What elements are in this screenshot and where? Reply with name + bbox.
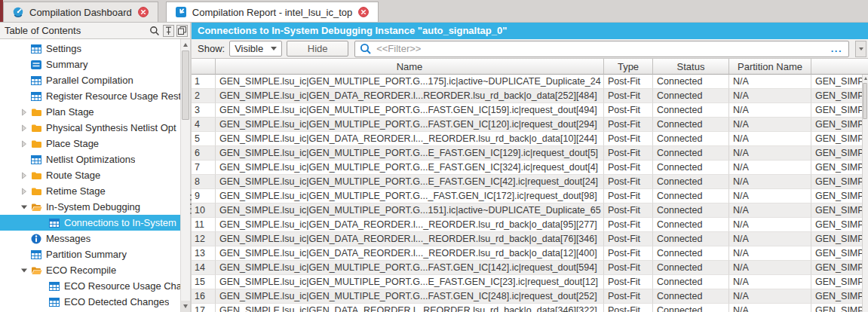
hide-button[interactable]: Hide — [287, 41, 348, 57]
scrollbar-thumb[interactable] — [863, 83, 867, 119]
folder-icon — [30, 124, 42, 133]
cell-type: Post-Fit — [604, 304, 653, 312]
toc-scrollbar[interactable] — [180, 39, 190, 312]
tree-item-partition-summary[interactable]: Partition Summary — [0, 246, 190, 262]
tree-item-register-resource-usage-restri[interactable]: Register Resource Usage Restri — [0, 88, 190, 104]
tree-item-summary[interactable]: Summary — [0, 57, 190, 72]
cell-status: Connected — [653, 132, 729, 146]
tree-item-parallel-compilation[interactable]: Parallel Compilation — [0, 72, 190, 88]
more-options-button[interactable]: ... — [831, 43, 844, 54]
folder-icon — [30, 139, 42, 148]
table-row[interactable]: 11GEN_SIMPLE.lsu_ic|GEN_DATA_REORDER.l..… — [192, 218, 862, 232]
chevron-right-icon[interactable] — [18, 172, 30, 179]
cell-name: GEN_SIMPLE.lsu_ic|GEN_MULTIPLE_PORT.G...… — [216, 118, 604, 132]
show-dropdown[interactable]: Visible — [229, 41, 282, 57]
cell-partition: N/A — [729, 161, 811, 175]
col-header-partition[interactable]: Partition Name — [729, 59, 811, 75]
tree-item-plan-stage[interactable]: Plan Stage — [0, 104, 190, 120]
cell-status: Connected — [653, 304, 729, 312]
tree-item-place-stage[interactable]: Place Stage — [0, 136, 190, 151]
table-row[interactable]: 10GEN_SIMPLE.lsu_ic|GEN_MULTIPLE_PORT.G.… — [192, 203, 862, 218]
table-row[interactable]: 16GEN_SIMPLE.lsu_ic|GEN_MULTIPLE_PORT.G.… — [192, 289, 862, 304]
table-row[interactable]: 8GEN_SIMPLE.lsu_ic|GEN_MULTIPLE_PORT.G..… — [192, 175, 862, 189]
folder-open-icon — [30, 266, 42, 275]
table-row[interactable]: 17GEN_SIMPLE.lsu_ic|GEN_DATA_REORDER.l..… — [192, 304, 862, 312]
cell-status: Connected — [653, 89, 729, 103]
cell-status: Connected — [653, 218, 729, 232]
chevron-down-icon[interactable] — [18, 268, 30, 274]
cell-rownum: 15 — [192, 275, 216, 289]
cell-extra: GEN_SIMPLE — [811, 289, 862, 304]
cell-type: Post-Fit — [604, 218, 653, 232]
tab-compilation-dashboard[interactable]: Compilation Dashboard — [3, 2, 158, 22]
filter-box[interactable]: ... — [354, 41, 849, 57]
table-row[interactable]: 15GEN_SIMPLE.lsu_ic|GEN_MULTIPLE_PORT.G.… — [192, 275, 862, 289]
col-header-status[interactable]: Status — [653, 59, 729, 75]
tree-item-messages[interactable]: Messages — [0, 231, 190, 246]
tree-item-connections-to-in-system[interactable]: Connections to In-System — [0, 215, 190, 231]
chevron-right-icon[interactable] — [18, 124, 30, 132]
scrollbar-thumb[interactable] — [182, 50, 189, 120]
tree-item-settings[interactable]: Settings — [0, 41, 190, 57]
chevron-right-icon[interactable] — [18, 109, 30, 116]
table-row[interactable]: 9GEN_SIMPLE.lsu_ic|GEN_MULTIPLE_PORT.G..… — [192, 189, 862, 203]
table-row[interactable]: 7GEN_SIMPLE.lsu_ic|GEN_MULTIPLE_PORT.G..… — [192, 161, 862, 175]
toolbar-collapse-button[interactable] — [855, 41, 866, 57]
cell-rownum: 11 — [192, 218, 216, 232]
cell-extra: GEN_SIMPLE — [811, 232, 862, 246]
tree-item-physical-synthesis-netlist-opt[interactable]: Physical Synthesis Netlist Opt — [0, 120, 190, 136]
cell-partition: N/A — [729, 304, 811, 312]
cell-rownum: 13 — [192, 246, 216, 261]
filter-input[interactable] — [376, 43, 827, 54]
search-icon[interactable] — [149, 25, 161, 37]
report-title: Connections to In-System Debugging Insta… — [192, 23, 868, 39]
col-header-name[interactable]: Name — [216, 59, 604, 75]
chevron-right-icon[interactable] — [18, 140, 30, 148]
col-header-extra[interactable] — [811, 59, 868, 75]
cell-partition: N/A — [729, 103, 811, 118]
cell-partition: N/A — [729, 203, 811, 218]
table-row[interactable]: 1GEN_SIMPLE.lsu_ic|GEN_MULTIPLE_PORT.G..… — [192, 75, 862, 89]
cell-name: GEN_SIMPLE.lsu_ic|GEN_MULTIPLE_PORT.G...… — [216, 261, 604, 275]
pin-button[interactable] — [163, 25, 174, 37]
tab-compilation-report[interactable]: Compilation Report - intel_lsu_ic_top — [166, 2, 379, 22]
table-row[interactable]: 2GEN_SIMPLE.lsu_ic|GEN_DATA_REORDER.l...… — [192, 89, 862, 103]
table-row[interactable]: 3GEN_SIMPLE.lsu_ic|GEN_MULTIPLE_PORT.G..… — [192, 103, 862, 118]
tree-item-eco-detected-changes[interactable]: ECO Detected Changes — [0, 294, 190, 310]
show-dropdown-value: Visible — [235, 43, 263, 54]
table-row[interactable]: 4GEN_SIMPLE.lsu_ic|GEN_MULTIPLE_PORT.G..… — [192, 118, 862, 132]
table-row[interactable]: 6GEN_SIMPLE.lsu_ic|GEN_MULTIPLE_PORT.G..… — [192, 146, 862, 161]
tree-item-eco-recompile[interactable]: ECO Recompile — [0, 262, 190, 278]
tree-item-netlist-optimizations[interactable]: Netlist Optimizations — [0, 151, 190, 167]
table-row[interactable]: 13GEN_SIMPLE.lsu_ic|GEN_DATA_REORDER.l..… — [192, 246, 862, 261]
cell-rownum: 4 — [192, 118, 216, 132]
float-window-button[interactable] — [176, 25, 188, 37]
scroll-up-icon[interactable] — [863, 75, 868, 82]
tree-item-eco-resource-usage-chan[interactable]: ECO Resource Usage Chan — [0, 278, 190, 294]
table-row[interactable]: 5GEN_SIMPLE.lsu_ic|GEN_DATA_REORDER.l...… — [192, 132, 862, 146]
scroll-up-icon[interactable] — [181, 39, 190, 50]
col-header-rownum[interactable] — [192, 59, 216, 75]
cell-rownum: 1 — [192, 75, 216, 89]
cell-type: Post-Fit — [604, 161, 653, 175]
table-scrollbar[interactable] — [862, 75, 868, 312]
table-row[interactable]: 12GEN_SIMPLE.lsu_ic|GEN_DATA_REORDER.l..… — [192, 232, 862, 246]
chevron-right-icon[interactable] — [18, 188, 30, 195]
col-header-type[interactable]: Type — [604, 59, 653, 75]
tree-item-in-system-debugging[interactable]: In-System Debugging — [0, 199, 190, 215]
gauge-icon — [12, 6, 24, 18]
toc-tree: SettingsSummaryParallel CompilationRegis… — [0, 39, 190, 312]
tree-item-label: Retime Stage — [46, 185, 106, 197]
close-icon[interactable] — [357, 6, 370, 18]
table-row[interactable]: 14GEN_SIMPLE.lsu_ic|GEN_MULTIPLE_PORT.G.… — [192, 261, 862, 275]
close-icon[interactable] — [137, 6, 149, 18]
cell-type: Post-Fit — [604, 132, 653, 146]
cell-name: GEN_SIMPLE.lsu_ic|GEN_DATA_REORDER.l...R… — [216, 304, 604, 312]
cell-status: Connected — [653, 161, 729, 175]
chevron-down-icon[interactable] — [18, 204, 30, 210]
tree-item-route-stage[interactable]: Route Stage — [0, 167, 190, 183]
folder-icon — [30, 171, 42, 180]
tree-item-retime-stage[interactable]: Retime Stage — [0, 183, 190, 199]
cell-name: GEN_SIMPLE.lsu_ic|GEN_MULTIPLE_PORT.G...… — [216, 103, 604, 118]
scroll-down-icon[interactable] — [181, 301, 190, 312]
